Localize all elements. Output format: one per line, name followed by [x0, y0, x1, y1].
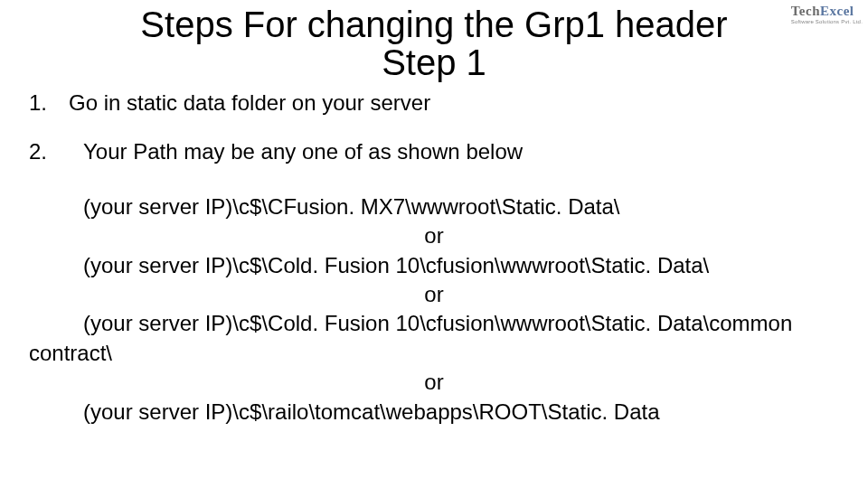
path-3-line-b: contract\ [29, 339, 839, 368]
slide-body: 1. Go in static data folder on your serv… [29, 89, 839, 427]
slide-title: Steps For changing the Grp1 header Step … [0, 5, 868, 81]
paths-block: (your server IP)\c$\CFusion. MX7\wwwroot… [29, 192, 839, 427]
step-1-text: Go in static data folder on your server [69, 89, 430, 117]
path-2: (your server IP)\c$\Cold. Fusion 10\cfus… [29, 251, 839, 280]
path-1: (your server IP)\c$\CFusion. MX7\wwwroot… [29, 192, 839, 221]
step-2-number: 2. [29, 137, 83, 166]
step-2-text: Your Path may be any one of as shown bel… [83, 137, 523, 166]
path-4: (your server IP)\c$\railo\tomcat\webapps… [29, 398, 839, 427]
slide: TechExcel Software Solutions Pvt. Ltd. S… [0, 0, 868, 488]
step-1-number: 1. [29, 89, 69, 117]
step-1: 1. Go in static data folder on your serv… [29, 89, 839, 117]
step-2: 2. Your Path may be any one of as shown … [29, 137, 839, 166]
title-line-1: Steps For changing the Grp1 header [0, 5, 868, 43]
or-1: or [29, 221, 839, 250]
or-2: or [29, 280, 839, 309]
or-3: or [29, 368, 839, 397]
path-3-line-a: (your server IP)\c$\Cold. Fusion 10\cfus… [29, 309, 839, 338]
title-line-2: Step 1 [0, 43, 868, 81]
